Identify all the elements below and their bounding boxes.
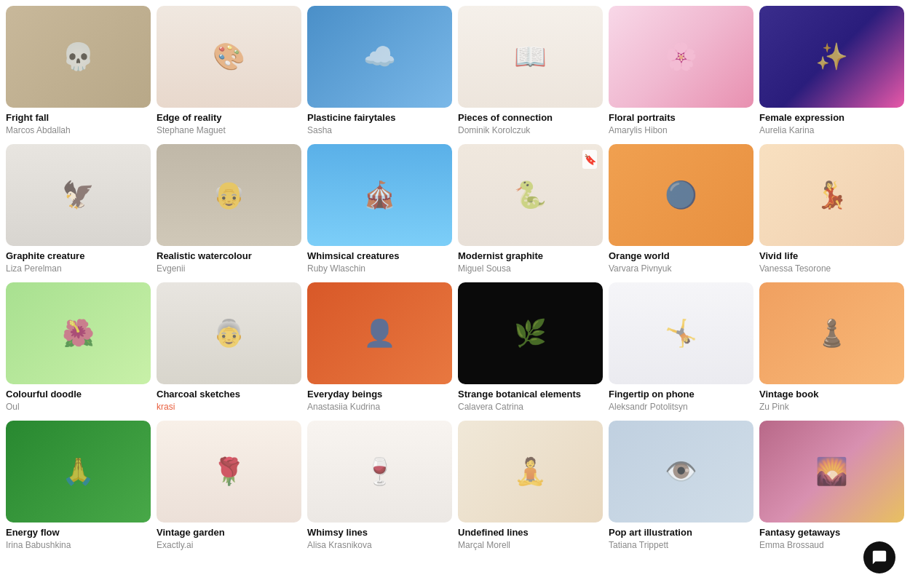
card-title-modernist: Modernist graphite (458, 250, 603, 263)
card-author-watercolour[interactable]: Evgenii (157, 263, 301, 274)
art-icon-charcoal: 👵 (213, 318, 245, 349)
card-floral[interactable]: 🌸Floral portraitsAmarylis Hibon (609, 6, 753, 135)
card-title-pop: Pop art illustration (609, 527, 753, 539)
card-energy[interactable]: 🙏Energy flowIrina Babushkina (6, 421, 151, 550)
card-title-female: Female expression (759, 112, 904, 124)
card-fright-fall[interactable]: 💀Fright fallMarcos Abdallah (6, 6, 151, 135)
card-pieces[interactable]: 📖Pieces of connectionDominik Korolczuk (458, 6, 603, 135)
art-icon-fantasy: 🌄 (815, 456, 848, 487)
art-icon-graphite: 🦅 (62, 180, 95, 210)
art-icon-fright-fall: 💀 (62, 41, 95, 72)
card-graphite[interactable]: 🦅Graphite creatureLiza Perelman (6, 144, 151, 274)
card-image-pieces: 📖 (458, 6, 603, 108)
art-icon-whimsical: 🎪 (363, 180, 396, 210)
card-fantasy[interactable]: 🌄Fantasy getawaysEmma Brossaud (759, 421, 904, 550)
card-title-plasticine: Plasticine fairytales (307, 112, 452, 124)
card-charcoal[interactable]: 👵Charcoal sketcheskrasi (157, 282, 301, 412)
chat-icon (871, 549, 887, 565)
card-vintage-garden[interactable]: 🌹Vintage gardenExactly.ai (157, 421, 301, 550)
card-title-watercolour: Realistic watercolour (157, 250, 301, 263)
card-vintage-book[interactable]: ♟️Vintage bookZu Pink (759, 282, 904, 412)
card-whimsical[interactable]: 🎪Whimsical creaturesRuby Wlaschin (307, 144, 452, 274)
card-pop[interactable]: 👁️Pop art illustrationTatiana Trippett (609, 421, 753, 550)
card-whimsy[interactable]: 🍷Whimsy linesAlisa Krasnikova (307, 421, 452, 550)
card-author-edge-reality[interactable]: Stephane Maguet (157, 125, 301, 135)
card-colourful[interactable]: 🌺Colourful doodleOul (6, 282, 151, 412)
card-fingertip[interactable]: 🤸Fingertip on phoneAleksandr Potolitsyn (609, 282, 753, 412)
art-icon-floral: 🌸 (665, 41, 697, 72)
card-plasticine[interactable]: ☁️Plasticine fairytalesSasha (307, 6, 452, 135)
card-author-whimsical[interactable]: Ruby Wlaschin (307, 263, 452, 274)
card-title-fingertip: Fingertip on phone (609, 389, 753, 401)
card-image-undefined: 🧘 (458, 421, 603, 523)
card-title-undefined: Undefined lines (458, 527, 603, 539)
card-image-fantasy: 🌄 (759, 421, 904, 523)
card-botanical[interactable]: 🌿Strange botanical elementsCalavera Catr… (458, 282, 603, 412)
card-vivid[interactable]: 💃Vivid lifeVanessa Tesorone (759, 144, 904, 274)
art-icon-botanical: 🌿 (514, 318, 547, 349)
card-image-whimsy: 🍷 (307, 421, 452, 523)
card-author-floral[interactable]: Amarylis Hibon (609, 125, 753, 135)
card-title-everyday: Everyday beings (307, 389, 452, 401)
art-icon-undefined: 🧘 (514, 456, 547, 487)
card-title-whimsical: Whimsical creatures (307, 250, 452, 263)
card-title-energy: Energy flow (6, 527, 151, 539)
card-author-modernist[interactable]: Miguel Sousa (458, 263, 603, 274)
art-icon-pop: 👁️ (665, 456, 697, 487)
card-author-orange[interactable]: Varvara Pivnyuk (609, 263, 753, 274)
card-image-vintage-garden: 🌹 (157, 421, 301, 523)
art-icon-pieces: 📖 (514, 41, 547, 72)
card-author-undefined[interactable]: Marçal Morell (458, 540, 603, 550)
card-orange[interactable]: 🔵Orange worldVarvara Pivnyuk (609, 144, 753, 274)
card-author-graphite[interactable]: Liza Perelman (6, 263, 151, 274)
art-icon-female: ✨ (815, 41, 848, 72)
card-author-energy[interactable]: Irina Babushkina (6, 540, 151, 550)
card-author-vintage-book[interactable]: Zu Pink (759, 402, 904, 412)
card-author-plasticine[interactable]: Sasha (307, 125, 452, 135)
card-author-botanical[interactable]: Calavera Catrina (458, 402, 603, 412)
card-title-fright-fall: Fright fall (6, 112, 151, 124)
card-image-everyday: 👤 (307, 282, 452, 384)
card-author-vivid[interactable]: Vanessa Tesorone (759, 263, 904, 274)
card-author-pop[interactable]: Tatiana Trippett (609, 540, 753, 550)
card-author-colourful[interactable]: Oul (6, 402, 151, 412)
card-author-fright-fall[interactable]: Marcos Abdallah (6, 125, 151, 135)
card-author-pieces[interactable]: Dominik Korolczuk (458, 125, 603, 135)
card-title-floral: Floral portraits (609, 112, 753, 124)
card-image-orange: 🔵 (609, 144, 753, 246)
card-author-vintage-garden[interactable]: Exactly.ai (157, 540, 301, 550)
card-image-vintage-book: ♟️ (759, 282, 904, 384)
art-icon-vivid: 💃 (815, 180, 848, 210)
card-image-charcoal: 👵 (157, 282, 301, 384)
card-modernist[interactable]: 🐍🔖Modernist graphiteMiguel Sousa (458, 144, 603, 274)
card-everyday[interactable]: 👤Everyday beingsAnastasiia Kudrina (307, 282, 452, 412)
card-image-watercolour: 👴 (157, 144, 301, 246)
art-icon-plasticine: ☁️ (363, 41, 396, 72)
card-edge-reality[interactable]: 🎨Edge of realityStephane Maguet (157, 6, 301, 135)
card-image-edge-reality: 🎨 (157, 6, 301, 108)
card-author-charcoal[interactable]: krasi (157, 402, 301, 412)
art-icon-fingertip: 🤸 (665, 318, 697, 349)
card-image-botanical: 🌿 (458, 282, 603, 384)
card-watercolour[interactable]: 👴Realistic watercolourEvgenii (157, 144, 301, 274)
card-undefined[interactable]: 🧘Undefined linesMarçal Morell (458, 421, 603, 550)
card-image-colourful: 🌺 (6, 282, 151, 384)
art-icon-orange: 🔵 (665, 180, 697, 210)
card-author-female[interactable]: Aurelia Karina (759, 125, 904, 135)
card-female[interactable]: ✨Female expressionAurelia Karina (759, 6, 904, 135)
art-icon-everyday: 👤 (363, 318, 396, 349)
card-title-edge-reality: Edge of reality (157, 112, 301, 124)
card-author-everyday[interactable]: Anastasiia Kudrina (307, 402, 452, 412)
card-image-fright-fall: 💀 (6, 6, 151, 108)
art-icon-modernist: 🐍 (514, 180, 547, 210)
art-icon-colourful: 🌺 (62, 318, 95, 349)
card-title-fantasy: Fantasy getaways (759, 527, 904, 539)
card-author-whimsy[interactable]: Alisa Krasnikova (307, 540, 452, 550)
card-image-energy: 🙏 (6, 421, 151, 523)
artwork-grid: 💀Fright fallMarcos Abdallah🎨Edge of real… (0, 0, 910, 565)
card-image-vivid: 💃 (759, 144, 904, 246)
bookmark-icon[interactable]: 🔖 (582, 150, 597, 169)
card-author-fingertip[interactable]: Aleksandr Potolitsyn (609, 402, 753, 412)
card-title-graphite: Graphite creature (6, 250, 151, 263)
card-title-vintage-garden: Vintage garden (157, 527, 301, 539)
